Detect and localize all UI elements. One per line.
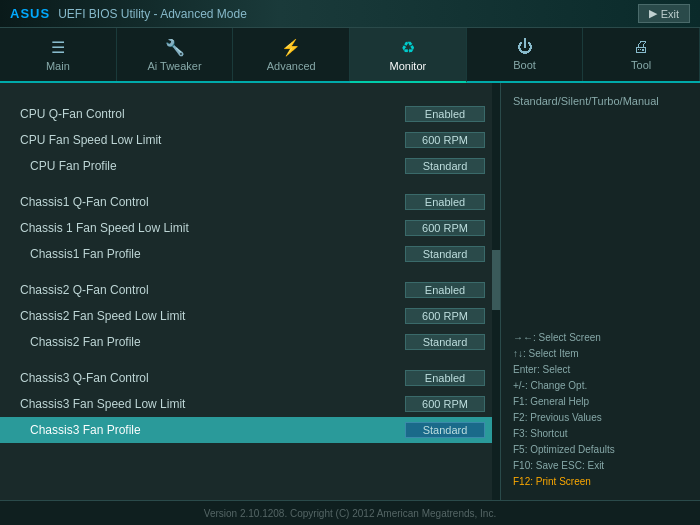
- tab-main[interactable]: ☰ Main: [0, 28, 117, 81]
- chassis1-fan-profile-label: Chassis1 Fan Profile: [20, 247, 141, 261]
- chassis3-fan-profile-row[interactable]: Chassis3 Fan Profile Standard: [0, 417, 500, 443]
- cpu-fan-speed-label: CPU Fan Speed Low Limit: [20, 133, 161, 147]
- cpu-fan-profile-label: CPU Fan Profile: [20, 159, 117, 173]
- chassis1-qfan-row[interactable]: Chassis1 Q-Fan Control Enabled: [0, 189, 500, 215]
- tab-ai-tweaker-label: Ai Tweaker: [147, 60, 201, 72]
- tab-ai-tweaker[interactable]: 🔧 Ai Tweaker: [117, 28, 234, 81]
- ai-tweaker-icon: 🔧: [165, 38, 185, 57]
- advanced-icon: ⚡: [281, 38, 301, 57]
- chassis1-fan-speed-row[interactable]: Chassis 1 Fan Speed Low Limit 600 RPM: [0, 215, 500, 241]
- chassis1-fan-speed-label: Chassis 1 Fan Speed Low Limit: [20, 221, 189, 235]
- cpu-qfan-row[interactable]: CPU Q-Fan Control Enabled: [0, 101, 500, 127]
- footer: Version 2.10.1208. Copyright (C) 2012 Am…: [0, 500, 700, 525]
- exit-label: Exit: [661, 8, 679, 20]
- info-text: Standard/Silent/Turbo/Manual: [513, 93, 688, 110]
- exit-icon: ▶: [649, 7, 657, 20]
- divider-2: [0, 179, 500, 189]
- hint-f2: F2: Previous Values: [513, 410, 688, 426]
- exit-button[interactable]: ▶ Exit: [638, 4, 690, 23]
- nav-tabs: ☰ Main 🔧 Ai Tweaker ⚡ Advanced ♻ Monitor…: [0, 28, 700, 83]
- footer-text: Version 2.10.1208. Copyright (C) 2012 Am…: [204, 508, 496, 519]
- cpu-fan-speed-row[interactable]: CPU Fan Speed Low Limit 600 RPM: [0, 127, 500, 153]
- chassis1-qfan-value: Enabled: [405, 194, 485, 210]
- chassis2-qfan-label: Chassis2 Q-Fan Control: [20, 283, 149, 297]
- chassis1-fan-profile-value: Standard: [405, 246, 485, 262]
- main-icon: ☰: [51, 38, 65, 57]
- hint-select-item: ↑↓: Select Item: [513, 346, 688, 362]
- divider-4: [0, 355, 500, 365]
- chassis2-fan-speed-row[interactable]: Chassis2 Fan Speed Low Limit 600 RPM: [0, 303, 500, 329]
- info-section: Standard/Silent/Turbo/Manual: [513, 93, 688, 110]
- chassis3-qfan-label: Chassis3 Q-Fan Control: [20, 371, 149, 385]
- cpu-qfan-value: Enabled: [405, 106, 485, 122]
- chassis2-fan-speed-value: 600 RPM: [405, 308, 485, 324]
- chassis3-fan-speed-row[interactable]: Chassis3 Fan Speed Low Limit 600 RPM: [0, 391, 500, 417]
- header: ASUS UEFI BIOS Utility - Advanced Mode ▶…: [0, 0, 700, 28]
- main-content: CPU Q-Fan Control Enabled CPU Fan Speed …: [0, 83, 700, 500]
- tab-boot[interactable]: ⏻ Boot: [467, 28, 584, 81]
- hint-change-opt: +/-: Change Opt.: [513, 378, 688, 394]
- header-title: UEFI BIOS Utility - Advanced Mode: [58, 7, 247, 21]
- tool-icon: 🖨: [633, 38, 649, 56]
- boot-icon: ⏻: [517, 38, 533, 56]
- cpu-fan-speed-value: 600 RPM: [405, 132, 485, 148]
- monitor-icon: ♻: [401, 38, 415, 57]
- right-panel: Standard/Silent/Turbo/Manual →←: Select …: [500, 83, 700, 500]
- hint-enter: Enter: Select: [513, 362, 688, 378]
- cpu-qfan-label: CPU Q-Fan Control: [20, 107, 125, 121]
- hint-f10: F10: Save ESC: Exit: [513, 458, 688, 474]
- cpu-fan-profile-value: Standard: [405, 158, 485, 174]
- hint-f5: F5: Optimized Defaults: [513, 442, 688, 458]
- chassis3-fan-speed-label: Chassis3 Fan Speed Low Limit: [20, 397, 185, 411]
- chassis2-fan-speed-label: Chassis2 Fan Speed Low Limit: [20, 309, 185, 323]
- hint-section: →←: Select Screen ↑↓: Select Item Enter:…: [513, 330, 688, 490]
- tab-advanced-label: Advanced: [267, 60, 316, 72]
- hint-f12: F12: Print Screen: [513, 474, 688, 490]
- divider-1: [0, 91, 500, 101]
- tab-main-label: Main: [46, 60, 70, 72]
- hint-select-screen: →←: Select Screen: [513, 330, 688, 346]
- tab-monitor[interactable]: ♻ Monitor: [350, 28, 467, 83]
- chassis2-qfan-value: Enabled: [405, 282, 485, 298]
- hint-f1: F1: General Help: [513, 394, 688, 410]
- divider-3: [0, 267, 500, 277]
- chassis1-qfan-label: Chassis1 Q-Fan Control: [20, 195, 149, 209]
- chassis2-fan-profile-row[interactable]: Chassis2 Fan Profile Standard: [0, 329, 500, 355]
- chassis2-qfan-row[interactable]: Chassis2 Q-Fan Control Enabled: [0, 277, 500, 303]
- tab-monitor-label: Monitor: [390, 60, 427, 72]
- chassis1-fan-profile-row[interactable]: Chassis1 Fan Profile Standard: [0, 241, 500, 267]
- chassis3-fan-profile-label: Chassis3 Fan Profile: [20, 423, 141, 437]
- chassis3-qfan-row[interactable]: Chassis3 Q-Fan Control Enabled: [0, 365, 500, 391]
- hint-f3: F3: Shortcut: [513, 426, 688, 442]
- chassis3-qfan-value: Enabled: [405, 370, 485, 386]
- chassis3-fan-profile-value: Standard: [405, 422, 485, 438]
- chassis1-fan-speed-value: 600 RPM: [405, 220, 485, 236]
- tab-tool[interactable]: 🖨 Tool: [583, 28, 700, 81]
- left-panel: CPU Q-Fan Control Enabled CPU Fan Speed …: [0, 83, 500, 500]
- cpu-fan-profile-row[interactable]: CPU Fan Profile Standard: [0, 153, 500, 179]
- asus-logo: ASUS: [10, 6, 50, 21]
- tab-boot-label: Boot: [513, 59, 536, 71]
- scrollbar-track: [492, 83, 500, 500]
- chassis3-fan-speed-value: 600 RPM: [405, 396, 485, 412]
- tab-advanced[interactable]: ⚡ Advanced: [233, 28, 350, 81]
- chassis2-fan-profile-label: Chassis2 Fan Profile: [20, 335, 141, 349]
- header-left: ASUS UEFI BIOS Utility - Advanced Mode: [10, 6, 247, 21]
- scrollbar-thumb[interactable]: [492, 250, 500, 310]
- chassis2-fan-profile-value: Standard: [405, 334, 485, 350]
- tab-tool-label: Tool: [631, 59, 651, 71]
